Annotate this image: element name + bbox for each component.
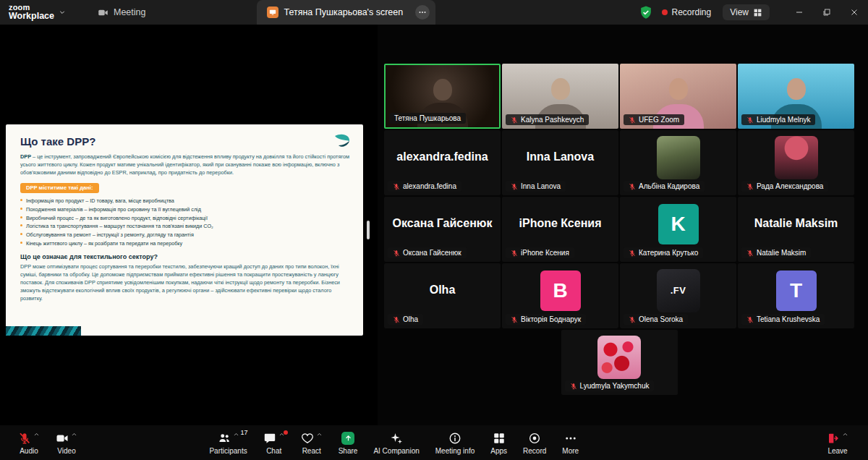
participant-name: Рада Александрова [757,182,823,190]
chevron-up-icon [316,431,323,438]
participant-name: Lyudmyla Yakymchuk [580,382,650,390]
meeting-toolbar: Audio Video 17 Participants [0,425,868,460]
leave-button[interactable]: Leave [819,429,856,457]
name-label: Liudmyla Melnyk [741,114,815,125]
tab-shared-screen[interactable]: Тетяна Пушкарьова's screen [257,0,435,25]
chevron-up-icon [33,431,40,438]
security-shield-icon[interactable] [639,5,653,20]
restore-button[interactable] [813,0,841,25]
recording-indicator[interactable]: Recording [662,7,712,17]
participant-tile[interactable]: Рада Александрова [738,130,854,195]
muted-mic-icon [746,183,754,190]
muted-mic-icon [570,383,577,390]
name-label: Рада Александрова [741,181,828,192]
participant-tile[interactable]: T Tetiana Krushevska [738,263,854,328]
name-label: Inna Lanova [506,181,566,192]
muted-mic-icon [746,316,754,323]
participant-name: Natalie Maksim [757,249,806,257]
participant-tile[interactable]: alexandra.fedina alexandra.fedina [384,130,501,195]
muted-mic-icon [511,116,518,124]
muted-mic-icon [629,250,636,257]
minimize-button[interactable] [786,0,813,25]
more-button[interactable]: More [554,429,587,457]
share-button[interactable]: Share [331,429,366,457]
shared-screen-area: Що таке DPP? DPP – це інструмент, запров… [0,25,378,425]
participant-tile[interactable]: .FV Olena Soroka [620,263,736,328]
audio-button[interactable]: Audio [10,429,48,457]
toolbar-left-group: Audio Video [0,429,85,457]
gallery-last-row: Lyudmyla Yakymchuk [384,330,854,395]
participant-tile[interactable]: K Катерина Крутько [620,197,736,262]
participant-name: Inna Lanova [521,182,561,190]
video-tile[interactable]: Liudmyla Melnyk [738,64,854,129]
muted-mic-icon [511,250,518,257]
info-icon [448,432,461,445]
video-tile[interactable]: Kalyna Pashkevych [502,64,618,129]
meeting-info-button[interactable]: Meeting info [427,429,482,457]
participant-name: Тетяна Пушкарьова [394,114,461,122]
participant-tile[interactable]: Natalie Maksim Natalie Maksim [738,197,854,262]
name-label: Альбіна Кадирова [624,181,705,192]
participant-tile[interactable]: Olha Olha [384,263,501,328]
name-label: Тетяна Пушкарьова [389,113,466,124]
zoom-meeting-window: zoom Workplace Meeting Тетяна Пушкарьова… [0,0,868,460]
close-button[interactable] [841,0,868,25]
record-icon [528,432,541,445]
name-label: Olha [388,314,423,325]
participant-tile[interactable]: B Вікторія Боднарук [502,263,618,328]
participant-tile[interactable]: Оксана Гайсенюк Оксана Гайсенюк [384,197,501,262]
muted-mic-icon [511,183,518,190]
tab-options-button[interactable] [415,5,430,20]
workplace-logo-text: Workplace [9,12,54,21]
slide-bullet: Інформація про продукт – ID товару, вага… [20,197,350,205]
participants-button[interactable]: 17 Participants [201,429,255,457]
slide-bullet: Кінець життєвого циклу – як розібрати та… [20,239,350,248]
camera-icon [56,432,69,445]
video-button[interactable]: Video [48,429,85,457]
participant-name: Оксана Гайсенюк [403,249,461,257]
heart-icon [301,432,314,445]
name-label: Tetiana Krushevska [741,314,825,325]
apps-button[interactable]: Apps [482,429,515,457]
muted-mic-icon [393,183,400,190]
view-button[interactable]: View [723,4,770,20]
share-screen-icon [341,432,354,445]
chevron-down-icon [59,9,66,16]
participant-tile[interactable]: Inna Lanova Inna Lanova [502,130,618,195]
participant-name: iPhone Ксения [521,249,569,257]
presentation-slide: Що таке DPP? DPP – це інструмент, запров… [6,124,363,336]
people-icon [218,432,231,445]
video-tile[interactable]: UFEG Zoom [620,64,736,129]
video-tile[interactable]: Тетяна Пушкарьова [384,64,501,129]
record-button[interactable]: Record [515,429,554,457]
ellipsis-icon [418,8,427,17]
gallery-scrollbar[interactable] [367,221,370,239]
title-bar: zoom Workplace Meeting Тетяна Пушкарьова… [0,0,868,25]
recording-dot-icon [662,9,668,15]
participant-tile[interactable]: iPhone Ксения iPhone Ксения [502,197,618,262]
name-label: Kalyna Pashkevych [506,114,589,125]
participant-name: Olha [403,315,418,323]
muted-mic-icon [629,183,636,190]
react-button[interactable]: React [293,429,331,457]
participant-tile[interactable]: Альбіна Кадирова [620,130,736,195]
participant-tile[interactable]: Lyudmyla Yakymchuk [561,330,678,395]
muted-mic-icon [629,116,636,124]
name-label: Катерина Крутько [624,247,703,258]
muted-mic-icon [393,316,400,323]
ai-companion-button[interactable]: AI Companion [365,429,427,457]
slide-bullet: Походження матеріалів – інформація про с… [20,205,350,214]
participant-name: alexandra.fedina [403,182,456,190]
chevron-up-icon [233,431,239,438]
apps-grid-icon [493,432,506,445]
avatar [597,336,641,379]
participant-name: Liudmyla Melnyk [757,116,810,124]
avatar: .FV [657,269,700,312]
chat-button[interactable]: Chat [255,429,293,457]
meeting-main-area: Що таке DPP? DPP – це інструмент, запров… [0,25,868,425]
muted-mic-icon [393,250,400,257]
name-label: Вікторія Боднарук [506,314,586,325]
zoom-workplace-menu[interactable]: zoom Workplace [0,4,73,22]
tab-meeting[interactable]: Meeting [88,0,156,25]
avatar [775,136,818,179]
